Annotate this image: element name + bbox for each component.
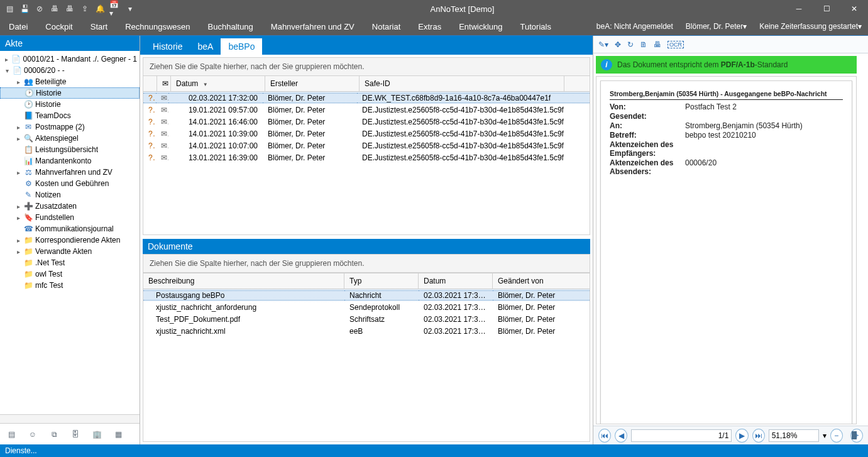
user-menu[interactable]: Blömer, Dr. Peter ▾ xyxy=(679,18,753,35)
timer-status[interactable]: Keine Zeiterfassung gestartet ▾ xyxy=(753,18,868,35)
document-viewer[interactable]: Stromberg,Benjamin (50354 Hürth) - Ausge… xyxy=(596,76,857,424)
doc-title: Stromberg,Benjamin (50354 Hürth) - Ausge… xyxy=(610,90,843,100)
message-row[interactable]: ?✉14.01.2021 10:39:00Blömer, Dr. PeterDE… xyxy=(143,128,590,140)
rotate-icon[interactable]: ↻ xyxy=(627,40,634,49)
view-copy-icon[interactable]: ⧉ xyxy=(49,429,59,439)
maximize-button[interactable]: ☐ xyxy=(813,0,840,18)
inbox-icon: ✉ xyxy=(156,141,168,150)
document-row[interactable]: xjustiz_nachricht_anforderungSendeprotok… xyxy=(143,301,590,313)
col-ersteller[interactable]: Ersteller xyxy=(265,76,360,91)
case-tree[interactable]: 📄00010/21 - Mandant ./. Gegner - 1📄00006… xyxy=(0,51,140,414)
cancel-icon[interactable]: ⊘ xyxy=(34,3,45,14)
menu-extras[interactable]: Extras xyxy=(409,18,450,35)
tree-node[interactable]: 🔖Fundstellen xyxy=(0,212,140,223)
tree-node[interactable]: 📁owl Test xyxy=(0,268,140,280)
menu-notariat[interactable]: Notariat xyxy=(363,18,410,35)
zoom-dropdown-icon[interactable]: ▾ xyxy=(823,431,827,440)
menu-start[interactable]: Start xyxy=(82,18,116,35)
col-inbox-icon[interactable]: ✉ xyxy=(157,76,171,91)
zoom-combo[interactable] xyxy=(769,429,819,442)
message-row[interactable]: ?✉19.01.2021 09:57:00Blömer, Dr. PeterDE… xyxy=(143,104,590,116)
tree-node[interactable]: 📄00010/21 - Mandant ./. Gegner - 1 xyxy=(0,53,140,65)
tree-node[interactable]: 👥Beteiligte xyxy=(0,76,140,87)
close-button[interactable]: ✕ xyxy=(840,0,868,18)
tree-node[interactable]: 📁mfc Test xyxy=(0,280,140,291)
document-row[interactable]: Test_PDF_Dokument.pdfSchriftsatz02.03.20… xyxy=(143,313,590,325)
view-grid-icon[interactable]: ▦ xyxy=(113,429,123,439)
print2-icon[interactable]: 🖶 xyxy=(64,3,75,14)
qat-dropdown-icon[interactable]: ▾ xyxy=(124,3,136,14)
preview-panel: ✎▾ ✥ ↻ 🗎 🖶 OCR i Das Dokument entspricht… xyxy=(593,36,868,444)
view-person-icon[interactable]: ☺ xyxy=(28,429,38,439)
preview-toolbar: ✎▾ ✥ ↻ 🗎 🖶 OCR xyxy=(593,36,868,53)
next-page-button[interactable]: ▶ xyxy=(735,429,748,443)
prev-page-button[interactable]: ◀ xyxy=(615,429,627,443)
tree-node[interactable]: 🕑Historie xyxy=(0,99,140,110)
view-archive-icon[interactable]: 🗄 xyxy=(70,429,80,439)
doc-icon[interactable]: 🗎 xyxy=(640,40,647,49)
col-beschreibung[interactable]: Beschreibung xyxy=(143,273,344,289)
tab-bebpo[interactable]: beBPo xyxy=(221,38,262,55)
document-row[interactable]: xjustiz_nachricht.xmleeB02.03.2021 17:32… xyxy=(143,325,590,337)
tree-node[interactable]: ➕Zusatzdaten xyxy=(0,201,140,212)
documents-group-panel[interactable]: Ziehen Sie die Spalte hierher, nach der … xyxy=(143,254,590,273)
tree-node[interactable]: 📊Mandantenkonto xyxy=(0,155,140,167)
tab-bea[interactable]: beA xyxy=(190,38,221,55)
move-icon[interactable]: ✥ xyxy=(615,40,621,49)
tree-node[interactable]: 📁.Net Test xyxy=(0,257,140,268)
menu-tutorials[interactable]: Tutorials xyxy=(512,18,560,35)
menu-datei[interactable]: Datei xyxy=(0,18,36,35)
tree-node[interactable]: 📘TeamDocs xyxy=(0,110,140,121)
tree-node[interactable]: ⚙Kosten und Gebühren xyxy=(0,178,140,189)
message-row[interactable]: ?✉13.01.2021 16:39:00Blömer, Dr. PeterDE… xyxy=(143,151,590,163)
save-icon[interactable]: 💾 xyxy=(19,3,30,14)
edit-icon[interactable]: ✎▾ xyxy=(598,40,608,49)
documents-grid[interactable]: Postausgang beBPoNachricht02.03.2021 17:… xyxy=(143,289,590,442)
tree-node[interactable]: 📋Leistungsübersicht xyxy=(0,144,140,155)
messages-grid[interactable]: ?✉02.03.2021 17:32:00Blömer, Dr. PeterDE… xyxy=(143,92,590,235)
tab-historie[interactable]: Historie xyxy=(145,38,190,55)
col-extra[interactable] xyxy=(564,76,590,91)
calendar-icon[interactable]: 📅▾ xyxy=(109,3,121,14)
col-safeid[interactable]: Safe-ID xyxy=(360,76,564,91)
first-page-button[interactable]: ⏮ xyxy=(598,429,611,443)
menu-buchhaltung[interactable]: Buchhaltung xyxy=(199,18,262,35)
message-row[interactable]: ?✉14.01.2021 16:46:00Blömer, Dr. PeterDE… xyxy=(143,116,590,128)
tree-node[interactable]: 📄00006/20 - - xyxy=(0,65,140,76)
zoom-out-button[interactable]: − xyxy=(830,429,843,443)
group-panel[interactable]: Ziehen Sie die Spalte hierher, nach der … xyxy=(143,57,590,76)
col-status-icon[interactable] xyxy=(143,76,157,91)
menu-rechnungswesen[interactable]: Rechnungswesen xyxy=(116,18,199,35)
tree-node[interactable]: ☎Kommunikationsjournal xyxy=(0,223,140,234)
export-icon[interactable]: ⇪ xyxy=(79,3,91,14)
minimize-button[interactable]: ─ xyxy=(785,0,813,18)
bell-icon[interactable]: 🔔 xyxy=(94,3,106,14)
col-typ[interactable]: Typ xyxy=(344,273,419,289)
sidebar-scrollbar[interactable] xyxy=(0,414,140,423)
print3-icon[interactable]: 🖶 xyxy=(654,40,661,49)
tree-node[interactable]: ⚖Mahnverfahren und ZV xyxy=(0,167,140,178)
tree-node[interactable]: ✉Postmappe (2) xyxy=(0,121,140,133)
tree-node[interactable]: ✎Notizen xyxy=(0,189,140,201)
print-icon[interactable]: 🖶 xyxy=(49,3,60,14)
col-geaendert[interactable]: Geändert von xyxy=(493,273,590,289)
tree-node[interactable]: 🔍Aktenspiegel xyxy=(0,133,140,144)
menu-entwicklung[interactable]: Entwicklung xyxy=(450,18,511,35)
bea-status[interactable]: beA: Nicht Angemeldet xyxy=(590,18,679,35)
menu-mahnverfahren[interactable]: Mahnverfahren und ZV xyxy=(262,18,363,35)
message-row[interactable]: ?✉02.03.2021 17:32:00Blömer, Dr. PeterDE… xyxy=(143,92,590,104)
menu-cockpit[interactable]: Cockpit xyxy=(36,18,81,35)
statusbar: Dienste... xyxy=(0,444,868,457)
ocr-icon[interactable]: OCR xyxy=(667,41,684,48)
view-list-icon[interactable]: ▤ xyxy=(6,429,16,439)
document-row[interactable]: Postausgang beBPoNachricht02.03.2021 17:… xyxy=(143,289,590,301)
col-datum[interactable]: Datum xyxy=(171,76,265,91)
page-input[interactable] xyxy=(631,429,732,442)
tree-node[interactable]: 📁Verwandte Akten xyxy=(0,246,140,257)
col-datum2[interactable]: Datum xyxy=(419,273,493,289)
view-building-icon[interactable]: 🏢 xyxy=(92,429,102,439)
tree-node[interactable]: 📁Korrespondierende Akten xyxy=(0,234,140,246)
message-row[interactable]: ?✉14.01.2021 10:07:00Blömer, Dr. PeterDE… xyxy=(143,140,590,151)
last-page-button[interactable]: ⏭ xyxy=(752,429,765,443)
tree-node[interactable]: 🕑Historie xyxy=(0,87,140,99)
